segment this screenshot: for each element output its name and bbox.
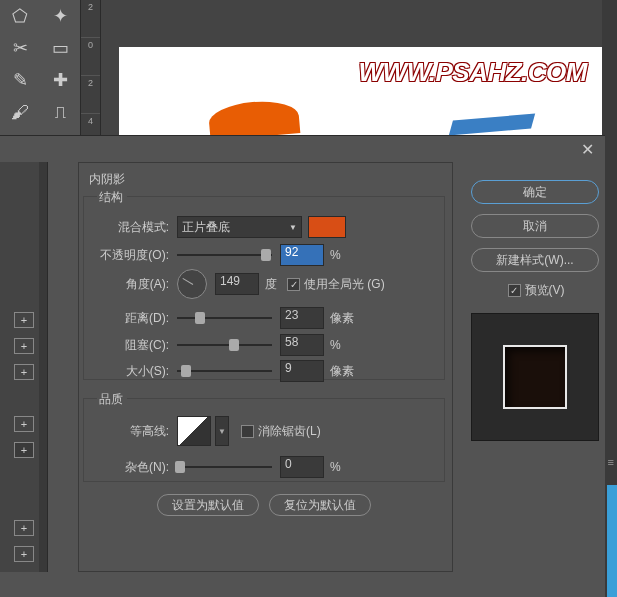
distance-input[interactable]: 23 [280,307,324,329]
angle-input[interactable]: 149 [215,273,259,295]
add-effect-icon[interactable]: + [14,312,34,328]
opacity-input[interactable]: 92 [280,244,324,266]
size-input[interactable]: 9 [280,360,324,382]
blue-strip [607,485,617,597]
add-effect-icon[interactable]: + [14,442,34,458]
new-style-button[interactable]: 新建样式(W)... [471,248,599,272]
set-default-button[interactable]: 设置为默认值 [157,494,259,516]
angle-dial[interactable] [177,269,207,299]
choke-label: 阻塞(C): [121,337,169,354]
angle-label: 角度(A): [121,276,169,293]
distance-label: 距离(D): [121,310,169,327]
distance-slider[interactable] [177,317,272,319]
toolbox: ⬠ ✦ ✂ ▭ ✎ ✚ 🖌 ⎍ ◧ [0,0,81,135]
chevron-down-icon: ▼ [289,223,297,232]
ok-button[interactable]: 确定 [471,180,599,204]
vertical-ruler: 2 0 2 4 [81,0,101,135]
wand-tool[interactable]: ✦ [40,0,80,32]
layer-style-dialog: ✕ + + + + + + + 内阴影 结构 混合模式: 正片叠底 ▼ 不透明度… [0,135,605,597]
add-effect-icon[interactable]: + [14,520,34,536]
add-effect-icon[interactable]: + [14,416,34,432]
blue-shape [449,114,535,136]
contour-label: 等高线: [127,423,169,440]
preview-box [471,313,599,441]
inner-shadow-panel: 内阴影 结构 混合模式: 正片叠底 ▼ 不透明度(O): 92 % 角度(A):… [78,162,453,572]
blend-mode-select[interactable]: 正片叠底 ▼ [177,216,302,238]
reset-default-button[interactable]: 复位为默认值 [269,494,371,516]
canvas-document[interactable]: WWW.PSAHZ.COM [119,47,602,135]
section-title: 内阴影 [89,171,125,188]
blend-mode-label: 混合模式: [107,219,169,236]
noise-input[interactable]: 0 [280,456,324,478]
noise-slider[interactable] [177,466,272,468]
crop-tool[interactable]: ✂ [0,32,40,64]
heal-tool[interactable]: ✚ [40,64,80,96]
brush-tool[interactable]: 🖌 [0,96,40,128]
styles-list: + + + + + + + [0,162,48,572]
preview-thumbnail [503,345,567,409]
eyedropper-tool[interactable]: ✎ [0,64,40,96]
cancel-button[interactable]: 取消 [471,214,599,238]
add-effect-icon[interactable]: + [14,546,34,562]
opacity-slider[interactable] [177,254,272,256]
global-light-checkbox[interactable]: ✓ [287,278,300,291]
choke-slider[interactable] [177,344,272,346]
add-effect-icon[interactable]: + [14,338,34,354]
antialias-checkbox[interactable] [241,425,254,438]
lasso-tool[interactable]: ⬠ [0,0,40,32]
contour-picker[interactable] [177,416,211,446]
preview-checkbox[interactable]: ✓ [508,284,521,297]
size-slider[interactable] [177,370,272,372]
size-label: 大小(S): [121,363,169,380]
panel-menu-icon[interactable]: ≡ [608,456,614,468]
action-panel: 确定 取消 新建样式(W)... ✓ 预览(V) [471,180,601,441]
global-light-label: 使用全局光 (G) [304,276,385,293]
close-icon[interactable]: ✕ [577,140,597,160]
color-swatch[interactable] [308,216,346,238]
antialias-label: 消除锯齿(L) [258,423,321,440]
contour-dropdown[interactable]: ▼ [215,416,229,446]
noise-label: 杂色(N): [121,459,169,476]
preview-label: 预览(V) [525,282,565,299]
choke-input[interactable]: 58 [280,334,324,356]
add-effect-icon[interactable]: + [14,364,34,380]
stamp-tool[interactable]: ⎍ [40,96,80,128]
logo-watermark: WWW.PSAHZ.COM [359,57,587,88]
canvas-area: WWW.PSAHZ.COM [101,0,602,135]
slice-tool[interactable]: ▭ [40,32,80,64]
scrollbar[interactable] [39,162,47,572]
opacity-label: 不透明度(O): [95,247,169,264]
